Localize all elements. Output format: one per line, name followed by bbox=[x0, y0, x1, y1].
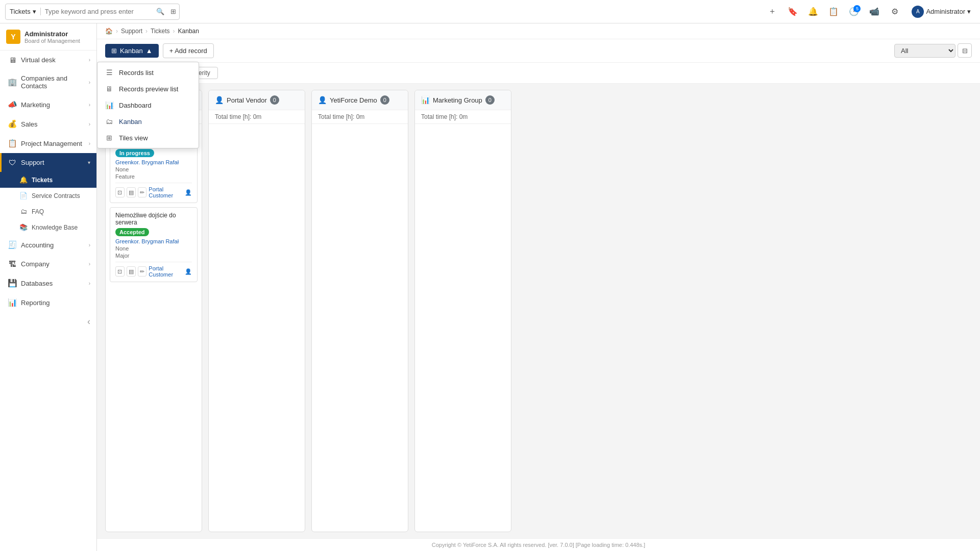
yetiforce-demo-total: Total time [h]: 0m bbox=[312, 110, 408, 124]
sidebar-item-project[interactable]: 📋 Project Management › bbox=[0, 134, 96, 153]
preview-icon: 🖥 bbox=[105, 85, 114, 93]
home-icon[interactable]: 🏠 bbox=[105, 28, 113, 35]
chevron-right-icon: › bbox=[89, 57, 90, 63]
marketing-icon: 📣 bbox=[8, 100, 17, 109]
dropdown-records-preview-list[interactable]: 🖥 Records preview list bbox=[97, 81, 199, 97]
card-user: Portal Customer 👤 bbox=[149, 186, 192, 198]
content-area: 🏠 › Support › Tickets › Kanban ⊞ Kanban … bbox=[97, 23, 980, 551]
chevron-right-icon: › bbox=[89, 80, 90, 85]
sidebar-item-company[interactable]: 🏗 Company › bbox=[0, 255, 96, 273]
kanban-col-header-marketing-group: 📊 Marketing Group 0 bbox=[415, 90, 511, 110]
logo-icon: Y bbox=[6, 30, 20, 44]
toolbar: ⊞ Kanban ▲ + Add record ☰ Records list 🖥… bbox=[97, 39, 980, 63]
kanban-col-portal-customer: 👤 Portal Customer 2 Total time [h]: 0m N… bbox=[105, 90, 202, 532]
user-menu[interactable]: A Administrator ▾ bbox=[908, 4, 975, 20]
breadcrumb-current: Kanban bbox=[178, 28, 199, 35]
sidebar-item-databases[interactable]: 💾 Databases › bbox=[0, 273, 96, 293]
sidebar-subitem-faq[interactable]: 🗂 FAQ bbox=[0, 204, 96, 219]
status-badge: In progress bbox=[115, 149, 154, 157]
dropdown-dashboard[interactable]: 📊 Dashboard bbox=[97, 97, 199, 113]
card-action-list[interactable]: ▤ bbox=[127, 187, 136, 197]
accounting-icon: 🧾 bbox=[8, 240, 17, 249]
card-action-detail[interactable]: ⊡ bbox=[115, 266, 125, 277]
card-action-edit[interactable]: ✏ bbox=[138, 187, 147, 197]
dropdown-kanban[interactable]: 🗂 Kanban bbox=[97, 113, 199, 130]
sidebar-item-accounting[interactable]: 🧾 Accounting › bbox=[0, 235, 96, 255]
breadcrumb-support[interactable]: Support bbox=[121, 28, 142, 35]
sidebar-item-sales[interactable]: 💰 Sales › bbox=[0, 114, 96, 134]
sidebar-item-companies[interactable]: 🏢 Companies and Contacts › bbox=[0, 69, 96, 95]
main-layout: Y Administrator Board of Management 🖥 Vi… bbox=[0, 23, 980, 551]
sidebar-item-virtual-desk[interactable]: 🖥 Virtual desk › bbox=[0, 51, 96, 69]
chevron-right-icon: › bbox=[89, 121, 90, 127]
tiles-icon: ⊞ bbox=[105, 134, 114, 142]
bell-icon[interactable]: 🔔 bbox=[805, 4, 821, 19]
sidebar-subitem-service-contracts[interactable]: 📄 Service Contracts bbox=[0, 188, 96, 204]
clipboard-icon[interactable]: 📋 bbox=[826, 4, 841, 19]
card-person: Greenkor. Brygman Rafał bbox=[115, 159, 192, 165]
yetiforce-demo-count: 0 bbox=[380, 95, 389, 105]
sidebar: Y Administrator Board of Management 🖥 Vi… bbox=[0, 23, 97, 551]
yetiforce-icon: 👤 bbox=[318, 96, 327, 104]
kanban-icon: ⊞ bbox=[111, 47, 117, 55]
card-detail2: Major bbox=[115, 253, 192, 259]
search-module-selector[interactable]: Tickets ▾ bbox=[6, 8, 41, 15]
sidebar-subitem-knowledge-base[interactable]: 📚 Knowledge Base bbox=[0, 219, 96, 235]
avatar: A bbox=[912, 6, 924, 18]
dropdown-tiles-view[interactable]: ⊞ Tiles view bbox=[97, 130, 199, 146]
settings-icon[interactable]: ⚙ bbox=[887, 4, 902, 19]
breadcrumb-tickets[interactable]: Tickets bbox=[151, 28, 170, 35]
history-icon[interactable]: 🕐 5 bbox=[846, 4, 862, 19]
breadcrumb: 🏠 › Support › Tickets › Kanban bbox=[97, 23, 980, 39]
project-icon: 📋 bbox=[8, 139, 17, 148]
kanban-col-header-portal-vendor: 👤 Portal Vendor 0 bbox=[209, 90, 305, 110]
marketing-group-total: Total time [h]: 0m bbox=[415, 110, 511, 124]
kanban-view-button[interactable]: ⊞ Kanban ▲ bbox=[105, 44, 159, 58]
card-user: Portal Customer 👤 bbox=[149, 265, 192, 278]
right-filter: All ⊟ bbox=[894, 43, 972, 58]
kanban-col-yetiforce-demo: 👤 YetiForce Demo 0 Total time [h]: 0m bbox=[311, 90, 408, 532]
portal-customer-cards: Niemożliwe przypisanie żąda... In progre… bbox=[106, 124, 202, 532]
video-icon[interactable]: 📹 bbox=[867, 4, 882, 19]
topbar: Tickets ▾ 🔍 ⊞ ＋ 🔖 🔔 📋 🕐 5 📹 ⚙ A Administ… bbox=[0, 0, 980, 23]
sidebar-subitem-tickets[interactable]: 🔔 Tickets bbox=[0, 172, 96, 188]
add-button[interactable]: ＋ bbox=[765, 4, 780, 19]
list-icon: ☰ bbox=[105, 68, 114, 77]
card-action-detail[interactable]: ⊡ bbox=[115, 187, 125, 197]
chevron-right-icon: › bbox=[89, 261, 90, 267]
portal-vendor-cards bbox=[209, 124, 305, 532]
sidebar-item-support[interactable]: 🛡 Support ▾ bbox=[0, 153, 96, 172]
support-icon: 🛡 bbox=[8, 158, 17, 167]
chevron-up-icon: ▲ bbox=[146, 47, 153, 55]
yetiforce-demo-cards bbox=[312, 124, 408, 532]
card-title: Niemożliwe dojście do serwera bbox=[115, 212, 192, 226]
card-detail1: None bbox=[115, 166, 192, 172]
search-input[interactable] bbox=[41, 8, 153, 15]
filter-bar: Status Priority Severity bbox=[97, 63, 980, 84]
sales-icon: 💰 bbox=[8, 119, 17, 129]
sidebar-item-marketing[interactable]: 📣 Marketing › bbox=[0, 95, 96, 114]
card-detail2: Feature bbox=[115, 173, 192, 180]
kanban-menu-icon: 🗂 bbox=[105, 117, 114, 126]
faq-icon: 🗂 bbox=[19, 208, 28, 215]
chevron-right-icon: › bbox=[89, 102, 90, 108]
databases-icon: 💾 bbox=[8, 279, 17, 288]
card-action-edit[interactable]: ✏ bbox=[138, 266, 147, 277]
kanban-col-header-yetiforce-demo: 👤 YetiForce Demo 0 bbox=[312, 90, 408, 110]
bookmark-icon[interactable]: 🔖 bbox=[785, 4, 800, 19]
grid-icon[interactable]: ⊞ bbox=[167, 8, 179, 15]
kanban-col-marketing-group: 📊 Marketing Group 0 Total time [h]: 0m bbox=[414, 90, 511, 532]
chevron-right-icon: › bbox=[89, 141, 90, 146]
card-action-list[interactable]: ▤ bbox=[127, 266, 136, 277]
search-icon[interactable]: 🔍 bbox=[153, 8, 167, 15]
marketing-group-count: 0 bbox=[485, 95, 495, 105]
dropdown-records-list[interactable]: ☰ Records list bbox=[97, 64, 199, 81]
sidebar-user-name: Administrator bbox=[24, 30, 80, 38]
notification-badge: 5 bbox=[853, 5, 861, 12]
sidebar-item-reporting[interactable]: 📊 Reporting bbox=[0, 293, 96, 312]
filter-config-button[interactable]: ⊟ bbox=[958, 43, 972, 58]
add-record-button[interactable]: + Add record bbox=[163, 43, 214, 58]
sidebar-collapse-button[interactable]: ‹ bbox=[0, 312, 96, 331]
kanban-col-portal-vendor: 👤 Portal Vendor 0 Total time [h]: 0m bbox=[208, 90, 305, 532]
filter-select[interactable]: All bbox=[894, 44, 955, 58]
